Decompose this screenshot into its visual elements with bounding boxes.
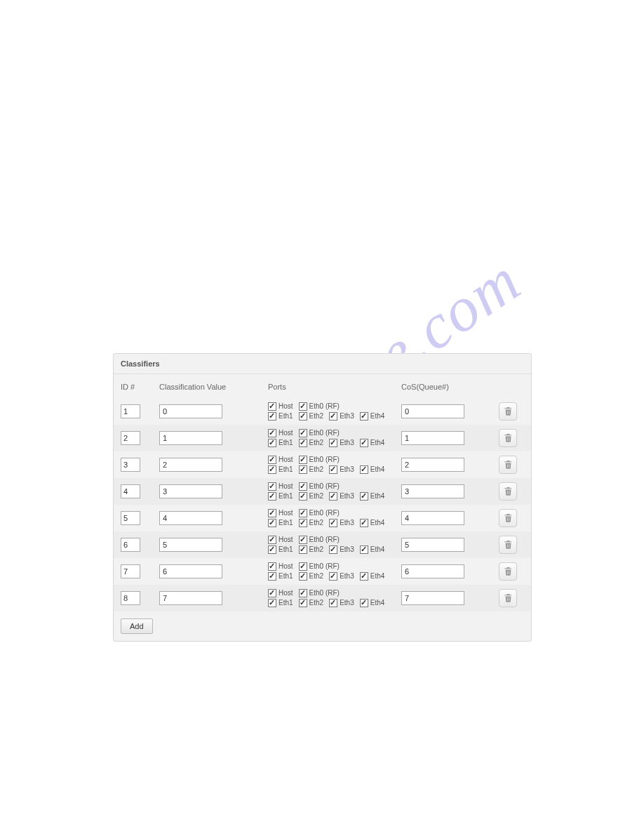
add-button[interactable]: Add: [121, 618, 153, 634]
port-eth4-label[interactable]: Eth4: [360, 465, 385, 474]
port-host-checkbox[interactable]: [268, 536, 276, 544]
port-eth1-checkbox[interactable]: [268, 439, 276, 447]
port-host-label[interactable]: Host: [268, 562, 293, 571]
port-eth2-checkbox[interactable]: [299, 492, 307, 501]
port-eth2-label[interactable]: Eth2: [299, 545, 324, 554]
cos-input[interactable]: [401, 404, 464, 418]
port-eth0-label[interactable]: Eth0 (RF): [299, 429, 340, 437]
classification-input[interactable]: [159, 484, 222, 498]
classification-input[interactable]: [159, 511, 222, 525]
id-input[interactable]: [121, 564, 140, 578]
port-eth2-checkbox[interactable]: [299, 519, 307, 527]
port-eth0-label[interactable]: Eth0 (RF): [299, 589, 340, 597]
port-eth4-label[interactable]: Eth4: [360, 412, 385, 421]
port-eth3-checkbox[interactable]: [329, 519, 337, 527]
port-eth3-label[interactable]: Eth3: [329, 439, 354, 447]
port-eth3-label[interactable]: Eth3: [329, 572, 354, 581]
cos-input[interactable]: [401, 431, 464, 445]
cos-input[interactable]: [401, 591, 464, 605]
port-host-checkbox[interactable]: [268, 429, 276, 437]
delete-button[interactable]: [499, 402, 517, 421]
id-input[interactable]: [121, 431, 140, 445]
port-host-label[interactable]: Host: [268, 589, 293, 597]
port-eth1-label[interactable]: Eth1: [268, 439, 293, 447]
port-eth4-checkbox[interactable]: [360, 492, 368, 501]
delete-button[interactable]: [499, 456, 517, 474]
cos-input[interactable]: [401, 458, 464, 472]
port-host-label[interactable]: Host: [268, 536, 293, 544]
port-eth0-checkbox[interactable]: [299, 509, 307, 517]
port-eth1-label[interactable]: Eth1: [268, 519, 293, 527]
id-input[interactable]: [121, 591, 140, 605]
port-eth2-label[interactable]: Eth2: [299, 519, 324, 527]
port-eth2-checkbox[interactable]: [299, 465, 307, 474]
port-eth3-checkbox[interactable]: [329, 492, 337, 501]
id-input[interactable]: [121, 458, 140, 472]
port-eth4-label[interactable]: Eth4: [360, 439, 385, 447]
port-host-checkbox[interactable]: [268, 589, 276, 597]
port-eth4-label[interactable]: Eth4: [360, 599, 385, 607]
port-eth1-label[interactable]: Eth1: [268, 599, 293, 607]
port-eth1-checkbox[interactable]: [268, 519, 276, 527]
port-eth0-checkbox[interactable]: [299, 429, 307, 437]
classification-input[interactable]: [159, 564, 222, 578]
port-eth4-label[interactable]: Eth4: [360, 519, 385, 527]
cos-input[interactable]: [401, 511, 464, 525]
port-host-checkbox[interactable]: [268, 482, 276, 491]
port-eth3-label[interactable]: Eth3: [329, 545, 354, 554]
port-eth2-label[interactable]: Eth2: [299, 439, 324, 447]
port-host-label[interactable]: Host: [268, 402, 293, 411]
port-eth4-checkbox[interactable]: [360, 465, 368, 474]
port-host-label[interactable]: Host: [268, 482, 293, 491]
port-eth1-label[interactable]: Eth1: [268, 545, 293, 554]
port-eth4-checkbox[interactable]: [360, 519, 368, 527]
delete-button[interactable]: [499, 509, 517, 527]
port-eth2-checkbox[interactable]: [299, 412, 307, 421]
port-eth1-label[interactable]: Eth1: [268, 492, 293, 501]
port-eth1-checkbox[interactable]: [268, 599, 276, 607]
port-host-checkbox[interactable]: [268, 402, 276, 411]
port-eth4-checkbox[interactable]: [360, 545, 368, 554]
port-eth2-label[interactable]: Eth2: [299, 412, 324, 421]
port-eth1-label[interactable]: Eth1: [268, 572, 293, 581]
port-eth3-checkbox[interactable]: [329, 465, 337, 474]
port-eth4-label[interactable]: Eth4: [360, 545, 385, 554]
port-eth0-label[interactable]: Eth0 (RF): [299, 509, 340, 517]
port-eth0-checkbox[interactable]: [299, 562, 307, 571]
port-eth1-checkbox[interactable]: [268, 465, 276, 474]
port-eth1-checkbox[interactable]: [268, 572, 276, 581]
port-eth4-checkbox[interactable]: [360, 599, 368, 607]
id-input[interactable]: [121, 511, 140, 525]
port-eth3-label[interactable]: Eth3: [329, 465, 354, 474]
port-eth3-checkbox[interactable]: [329, 599, 337, 607]
port-eth2-checkbox[interactable]: [299, 545, 307, 554]
port-eth1-checkbox[interactable]: [268, 492, 276, 501]
port-eth4-label[interactable]: Eth4: [360, 572, 385, 581]
delete-button[interactable]: [499, 562, 517, 581]
classification-input[interactable]: [159, 404, 222, 418]
port-eth3-label[interactable]: Eth3: [329, 519, 354, 527]
port-eth3-checkbox[interactable]: [329, 439, 337, 447]
id-input[interactable]: [121, 484, 140, 498]
port-host-checkbox[interactable]: [268, 562, 276, 571]
port-eth0-checkbox[interactable]: [299, 402, 307, 411]
port-host-label[interactable]: Host: [268, 456, 293, 464]
port-eth4-checkbox[interactable]: [360, 439, 368, 447]
port-eth4-checkbox[interactable]: [360, 572, 368, 581]
port-eth3-label[interactable]: Eth3: [329, 492, 354, 501]
delete-button[interactable]: [499, 536, 517, 554]
port-eth3-checkbox[interactable]: [329, 545, 337, 554]
port-eth3-checkbox[interactable]: [329, 412, 337, 421]
classification-input[interactable]: [159, 538, 222, 552]
port-eth0-checkbox[interactable]: [299, 482, 307, 491]
port-eth0-checkbox[interactable]: [299, 456, 307, 464]
port-eth0-label[interactable]: Eth0 (RF): [299, 562, 340, 571]
classification-input[interactable]: [159, 431, 222, 445]
port-eth0-label[interactable]: Eth0 (RF): [299, 456, 340, 464]
port-eth1-label[interactable]: Eth1: [268, 412, 293, 421]
delete-button[interactable]: [499, 482, 517, 501]
port-eth2-label[interactable]: Eth2: [299, 572, 324, 581]
delete-button[interactable]: [499, 589, 517, 607]
delete-button[interactable]: [499, 429, 517, 447]
port-eth2-checkbox[interactable]: [299, 599, 307, 607]
